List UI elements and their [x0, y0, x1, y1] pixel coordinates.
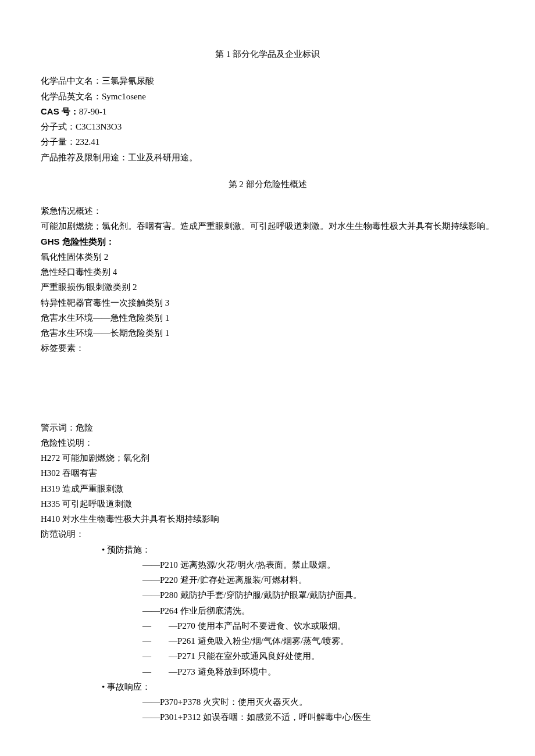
label: 化学品中文名： — [41, 76, 102, 85]
response-header: • 事故响应： — [41, 679, 494, 694]
value: 87-90-1 — [79, 107, 107, 116]
signal-word-label: 警示词： — [41, 423, 76, 432]
value: 工业及科研用途。 — [128, 153, 198, 162]
signal-word: 警示词：危险 — [41, 420, 494, 435]
prevention-item: ——P220 避开/贮存处远离服装/可燃材料。 — [41, 572, 494, 587]
section1-header: 第 1 部分化学品及企业标识 — [41, 46, 494, 62]
label-elements: 标签要素： — [41, 341, 494, 356]
pictogram-placeholder — [41, 356, 494, 420]
prevention-item: — —P271 只能在室外或通风良好处使用。 — [41, 648, 494, 664]
signal-word-value: 危险 — [76, 423, 93, 432]
value: 232.41 — [76, 137, 99, 146]
row-use: 产品推荐及限制用途：工业及科研用途。 — [41, 150, 494, 165]
hazard-statement: H302 吞咽有害 — [41, 465, 494, 481]
precaution-label: 防范说明： — [41, 526, 494, 542]
row-cas: CAS 号：87-90-1 — [41, 104, 494, 119]
value: Symc1osene — [102, 92, 146, 101]
label: 产品推荐及限制用途： — [41, 153, 128, 162]
value: 三氯异氰尿酸 — [102, 76, 154, 85]
label: CAS 号： — [41, 106, 79, 116]
label: 化学品英文名： — [41, 92, 102, 101]
prevention-item: — —P261 避免吸入粉尘/烟/气体/烟雾/蒸气/喷雾。 — [41, 633, 494, 648]
ghs-label: GHS 危险性类别： — [41, 234, 494, 249]
emergency-text: 可能加剧燃烧；氯化剂。吞咽有害。造成严重眼刺激。可引起呼吸道刺激。对水生生物毒性… — [41, 218, 494, 234]
label: 分子式： — [41, 122, 76, 131]
hazard-statement: H410 对水生生物毒性极大并具有长期持续影响 — [41, 511, 494, 526]
row-en-name: 化学品英文名：Symc1osene — [41, 89, 494, 104]
row-cn-name: 化学品中文名：三氯异氰尿酸 — [41, 73, 494, 88]
prevention-item: ——P264 作业后彻底清洗。 — [41, 603, 494, 618]
value: C3C13N3O3 — [76, 122, 122, 131]
hazard-label: 危险性说明： — [41, 435, 494, 450]
hazard-statement: H272 可能加剧燃烧；氧化剂 — [41, 450, 494, 465]
row-mw: 分子量：232.41 — [41, 134, 494, 149]
ghs-cat: 危害水生环境——急性危险类别 1 — [41, 310, 494, 325]
prevention-item: ——P280 戴防护手套/穿防护服/戴防护眼罩/戴防护面具。 — [41, 587, 494, 603]
prevention-item: — —P273 避免释放到环境中。 — [41, 664, 494, 679]
label: 分子量： — [41, 137, 76, 146]
hazard-statement: H335 可引起呼吸道刺激 — [41, 496, 494, 511]
prevention-header: • 预防措施： — [41, 542, 494, 557]
hazard-statement: H319 造成严重眼刺激 — [41, 481, 494, 496]
section2-content: 紧急情况概述： 可能加剧燃烧；氯化剂。吞咽有害。造成严重眼刺激。可引起呼吸道刺激… — [41, 203, 494, 725]
ghs-cat: 氧化性固体类别 2 — [41, 249, 494, 264]
prevention-item: — —P270 使用本产品时不要进食、饮水或吸烟。 — [41, 618, 494, 633]
section2-header: 第 2 部分危险性概述 — [41, 177, 494, 192]
row-formula: 分子式：C3C13N3O3 — [41, 119, 494, 134]
response-item: ——P301+P312 如误吞咽：如感觉不适，呼叫解毒中心/医生 — [41, 710, 494, 725]
ghs-cat: 严重眼损伤/眼刺激类别 2 — [41, 280, 494, 295]
ghs-cat: 特异性靶器官毒性一次接触类别 3 — [41, 295, 494, 310]
section1-content: 化学品中文名：三氯异氰尿酸 化学品英文名：Symc1osene CAS 号：87… — [41, 73, 494, 165]
ghs-cat: 危害水生环境——长期危险类别 1 — [41, 325, 494, 341]
emergency-label: 紧急情况概述： — [41, 203, 494, 218]
ghs-cat: 急性经口毒性类别 4 — [41, 264, 494, 280]
prevention-item: ——P210 远离热源/火花/明火/热表面。禁止吸烟。 — [41, 557, 494, 572]
response-item: ——P370+P378 火灾时：使用灭火器灭火。 — [41, 694, 494, 710]
